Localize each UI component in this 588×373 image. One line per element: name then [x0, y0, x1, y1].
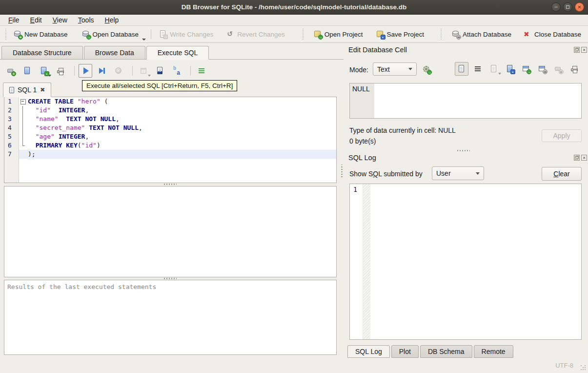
tab-database-structure[interactable]: Database Structure [1, 46, 83, 59]
chevron-down-icon [476, 172, 480, 175]
attach-database-button[interactable]: ∞ Attach Database [448, 28, 515, 41]
cell-value: NULL [352, 85, 370, 93]
find-button[interactable] [153, 64, 167, 78]
cell-value-editor[interactable]: NULL [349, 83, 582, 119]
close-button[interactable]: ✕ [575, 2, 584, 12]
print-cell-button[interactable] [568, 62, 581, 76]
titlebar[interactable]: DB Browser for SQLite - /home/user/code/… [0, 0, 588, 15]
save-sql-file-icon: ▪ [40, 66, 48, 75]
export-file-button[interactable]: ▪ [503, 62, 517, 76]
execute-all-button[interactable] [79, 64, 92, 78]
print-icon [56, 66, 65, 75]
save-results-menu-arrow [148, 75, 151, 77]
window-controls: ─ ✕ [551, 2, 584, 12]
new-database-icon: + [13, 30, 22, 39]
menu-edit[interactable]: Edit [25, 15, 47, 25]
editor-results-splitter[interactable] [4, 183, 337, 186]
link-button[interactable]: ∞ [535, 62, 549, 76]
text-case-button[interactable] [170, 64, 183, 78]
write-changes-button[interactable]: Write Changes [155, 28, 217, 41]
save-results-button[interactable] [137, 64, 150, 78]
sql-editor-lines: 1CREATE TABLE "hero" (2 "id" INTEGER,3 "… [4, 97, 336, 183]
print-sql-button[interactable] [54, 64, 67, 78]
open-external-button[interactable]: → [519, 62, 533, 76]
minimize-button[interactable]: ─ [551, 2, 561, 12]
dock-splitter[interactable] [341, 161, 343, 181]
open-database-button[interactable]: → Open Database [78, 28, 142, 41]
import-menu-arrow [498, 73, 501, 75]
text-mode-button[interactable] [455, 62, 468, 76]
execute-current-line-button[interactable] [95, 64, 109, 78]
sql-editor-tab[interactable]: SQL 1 ✖ [3, 83, 51, 97]
tab-browse-data[interactable]: Browse Data [84, 46, 145, 59]
editor-line-6[interactable]: 6 PRIMARY KEY("id") [4, 141, 336, 150]
sql-file-icon [9, 87, 14, 93]
find-icon [156, 66, 164, 75]
sql-editor-tab-label: SQL 1 [18, 86, 37, 94]
close-database-button[interactable]: Close Database [520, 28, 585, 41]
dock-tab-sql-log[interactable]: SQL Log [347, 345, 390, 358]
import-file-button[interactable] [487, 62, 501, 76]
menu-help[interactable]: Help [100, 15, 124, 25]
open-sql-file-button[interactable] [20, 64, 34, 78]
close-sql-tab-icon[interactable]: ✖ [40, 87, 45, 93]
toolbar-drag-handle-2[interactable] [303, 29, 304, 40]
sql-editor[interactable]: 1CREATE TABLE "hero" (2 "id" INTEGER,3 "… [4, 97, 337, 183]
editor-line-3[interactable]: 3 "name" TEXT NOT NULL, [4, 115, 336, 124]
tab-execute-sql[interactable]: Execute SQL [146, 46, 209, 60]
log-filter-combobox[interactable]: User [432, 166, 484, 180]
word-wrap-button[interactable] [471, 62, 485, 76]
results-grid-pane[interactable] [4, 186, 337, 277]
mode-combobox[interactable]: Text [373, 62, 417, 76]
dock-tab-db-schema[interactable]: DB Schema [420, 345, 472, 358]
editor-line-2[interactable]: 2 "id" INTEGER, [4, 106, 336, 115]
editor-line-4[interactable]: 4 "secret_name" TEXT NOT NULL, [4, 124, 336, 132]
auto-switch-mode-button[interactable]: → [420, 62, 433, 76]
dock-tab-plot[interactable]: Plot [391, 345, 419, 358]
menu-view[interactable]: View [47, 15, 73, 25]
open-sql-tab-button[interactable]: + [4, 64, 18, 78]
revert-changes-button[interactable]: Revert Changes [223, 28, 288, 41]
open-project-button[interactable]: → Open Project [310, 28, 366, 41]
encoding-indicator: UTF-8 [555, 362, 573, 369]
set-null-icon: ● [554, 64, 563, 73]
toolbar-drag-handle[interactable] [5, 29, 7, 40]
menu-file[interactable]: File [3, 15, 25, 25]
log-fold-margin [363, 184, 370, 339]
save-project-icon: ▪ [376, 30, 385, 39]
format-sql-button[interactable] [195, 64, 208, 78]
execute-current-line-icon [98, 66, 106, 75]
resize-grip[interactable] [581, 365, 586, 370]
save-project-button[interactable]: ▪ Save Project [372, 28, 428, 41]
results-placeholder: Results of the last executed statements [4, 280, 336, 293]
open-database-menu-arrow[interactable] [142, 39, 146, 41]
editor-line-5[interactable]: 5 "age" INTEGER, [4, 132, 336, 141]
editor-line-1[interactable]: 1CREATE TABLE "hero" ( [4, 97, 336, 106]
dock-vertical-splitter[interactable] [405, 149, 522, 152]
toolbar-drag-handle-3[interactable] [441, 29, 443, 40]
new-database-button[interactable]: + New Database [10, 28, 71, 41]
close-dock-icon[interactable]: ✕ [581, 155, 587, 161]
open-sql-file-icon [23, 66, 32, 75]
save-results-icon [139, 66, 148, 75]
apply-button[interactable]: Apply [542, 129, 582, 142]
sql-toolbar: + ▪ [4, 62, 211, 80]
close-dock-icon[interactable]: ✕ [581, 47, 587, 53]
dock-tab-remote[interactable]: Remote [474, 345, 513, 358]
import-file-icon [489, 64, 498, 73]
editor-line-7[interactable]: 7); [4, 150, 336, 159]
set-null-button[interactable]: ● [551, 62, 565, 76]
sql-log-view[interactable]: 1 [349, 184, 582, 340]
stop-execution-button[interactable] [112, 64, 125, 78]
export-file-icon: ▪ [506, 64, 514, 73]
db-browser-window: DB Browser for SQLite - /home/user/code/… [0, 0, 588, 373]
edit-cell-title: Edit Database Cell [348, 46, 407, 54]
maximize-button[interactable] [563, 2, 572, 12]
float-dock-icon[interactable] [574, 47, 580, 53]
float-dock-icon[interactable] [574, 155, 580, 161]
editor-empty-area[interactable] [4, 159, 336, 183]
clear-log-button[interactable]: Clear [542, 167, 582, 181]
results-message-pane[interactable]: Results of the last executed statements [4, 280, 337, 355]
menu-tools[interactable]: Tools [73, 15, 100, 25]
save-sql-file-button[interactable]: ▪ [37, 64, 51, 78]
